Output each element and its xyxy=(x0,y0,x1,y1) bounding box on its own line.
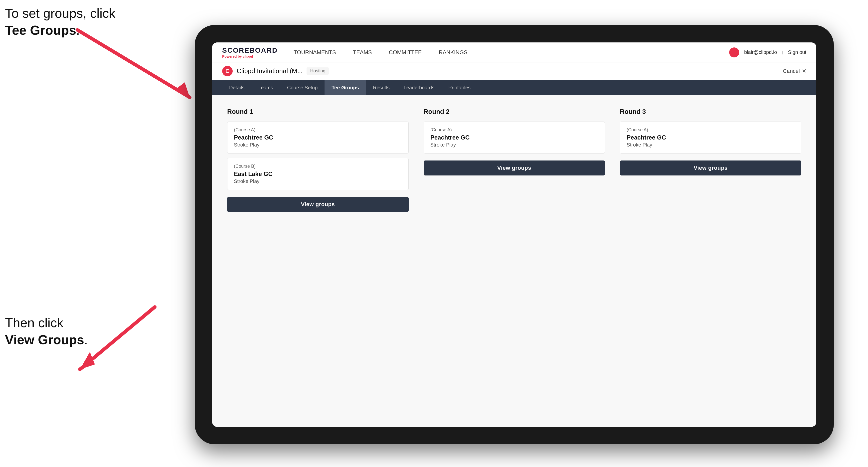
tab-tee-groups[interactable]: Tee Groups xyxy=(324,80,366,95)
round-3-column: Round 3 (Course A) Peachtree GC Stroke P… xyxy=(620,108,801,212)
tab-details[interactable]: Details xyxy=(222,80,251,95)
logo-sub-prefix: Powered by xyxy=(222,54,243,58)
round-2-view-groups-button[interactable]: View groups xyxy=(424,160,605,176)
round-3-course-a-format: Stroke Play xyxy=(627,142,795,148)
nav-teams[interactable]: TEAMS xyxy=(352,49,373,56)
tournament-logo: C xyxy=(222,66,232,76)
svg-marker-1 xyxy=(175,82,190,97)
instruction-top: To set groups, click Tee Groups. xyxy=(5,5,115,39)
tournament-title-area: C Clippd Invitational (M... Hosting xyxy=(222,66,329,76)
tab-results[interactable]: Results xyxy=(366,80,397,95)
instruction-bottom-line1: Then click xyxy=(5,315,63,330)
tournament-name: Clippd Invitational (M... xyxy=(237,67,303,75)
round-1-column: Round 1 (Course A) Peachtree GC Stroke P… xyxy=(227,108,409,212)
round-3-course-a: (Course A) Peachtree GC Stroke Play xyxy=(620,122,801,154)
round-1-course-b-name: East Lake GC xyxy=(234,170,402,178)
tablet-device: SCOREBOARD Powered by clippd TOURNAMENTS… xyxy=(195,25,834,444)
svg-marker-3 xyxy=(80,352,95,369)
nav-committee[interactable]: COMMITTEE xyxy=(388,49,423,56)
round-1-title: Round 1 xyxy=(227,108,409,116)
instruction-bottom-suffix: . xyxy=(84,333,88,347)
cancel-button[interactable]: Cancel ✕ xyxy=(783,68,806,74)
nav-tournaments[interactable]: TOURNAMENTS xyxy=(292,49,337,56)
round-2-course-a-format: Stroke Play xyxy=(430,142,598,148)
nav-separator: | xyxy=(782,50,783,55)
round-3-title: Round 3 xyxy=(620,108,801,116)
top-nav: SCOREBOARD Powered by clippd TOURNAMENTS… xyxy=(212,42,816,62)
round-2-title: Round 2 xyxy=(424,108,605,116)
tab-teams[interactable]: Teams xyxy=(251,80,280,95)
logo-brand: clippd xyxy=(243,54,253,58)
instruction-top-bold: Tee Groups xyxy=(5,23,76,37)
instruction-bottom: Then click View Groups. xyxy=(5,314,88,348)
round-2-column: Round 2 (Course A) Peachtree GC Stroke P… xyxy=(424,108,605,212)
instruction-top-suffix: . xyxy=(76,23,80,37)
sign-out-link[interactable]: Sign out xyxy=(788,50,806,55)
logo-text: SCOREBOARD xyxy=(222,46,278,54)
logo-area: SCOREBOARD Powered by clippd xyxy=(222,46,278,58)
nav-rankings[interactable]: RANKINGS xyxy=(438,49,469,56)
cancel-label: Cancel xyxy=(783,68,800,74)
round-1-course-a-label: (Course A) xyxy=(234,127,402,132)
svg-line-0 xyxy=(78,30,190,97)
svg-line-2 xyxy=(80,307,155,369)
round-3-view-groups-button[interactable]: View groups xyxy=(620,160,801,176)
user-email: blair@clippd.io xyxy=(744,50,777,55)
round-2-course-a: (Course A) Peachtree GC Stroke Play xyxy=(424,122,605,154)
tab-course-setup[interactable]: Course Setup xyxy=(280,80,324,95)
nav-items: TOURNAMENTS TEAMS COMMITTEE RANKINGS xyxy=(292,49,729,56)
instruction-bottom-bold: View Groups xyxy=(5,333,84,347)
round-1-course-b-format: Stroke Play xyxy=(234,179,402,184)
round-1-course-b: (Course B) East Lake GC Stroke Play xyxy=(227,158,409,190)
tablet-screen: SCOREBOARD Powered by clippd TOURNAMENTS… xyxy=(212,42,816,427)
round-2-course-a-label: (Course A) xyxy=(430,127,598,132)
round-1-course-b-label: (Course B) xyxy=(234,164,402,169)
round-1-view-groups-button[interactable]: View groups xyxy=(227,197,409,212)
nav-right: blair@clippd.io | Sign out xyxy=(729,48,806,57)
content-area: Round 1 (Course A) Peachtree GC Stroke P… xyxy=(212,95,816,427)
tab-printables[interactable]: Printables xyxy=(441,80,477,95)
logo-sub: Powered by clippd xyxy=(222,54,278,58)
rounds-grid: Round 1 (Course A) Peachtree GC Stroke P… xyxy=(227,108,801,212)
round-1-course-a-name: Peachtree GC xyxy=(234,134,402,141)
tournament-bar: C Clippd Invitational (M... Hosting Canc… xyxy=(212,62,816,80)
round-3-course-a-label: (Course A) xyxy=(627,127,795,132)
cancel-icon: ✕ xyxy=(802,68,806,74)
user-avatar xyxy=(729,48,739,57)
sub-tabs: Details Teams Course Setup Tee Groups Re… xyxy=(212,80,816,95)
round-3-course-a-name: Peachtree GC xyxy=(627,134,795,141)
round-1-course-a-format: Stroke Play xyxy=(234,142,402,148)
tab-leaderboards[interactable]: Leaderboards xyxy=(397,80,441,95)
round-1-course-a: (Course A) Peachtree GC Stroke Play xyxy=(227,122,409,154)
instruction-top-line1: To set groups, click xyxy=(5,6,115,21)
round-2-course-a-name: Peachtree GC xyxy=(430,134,598,141)
tournament-badge: Hosting xyxy=(307,67,329,74)
